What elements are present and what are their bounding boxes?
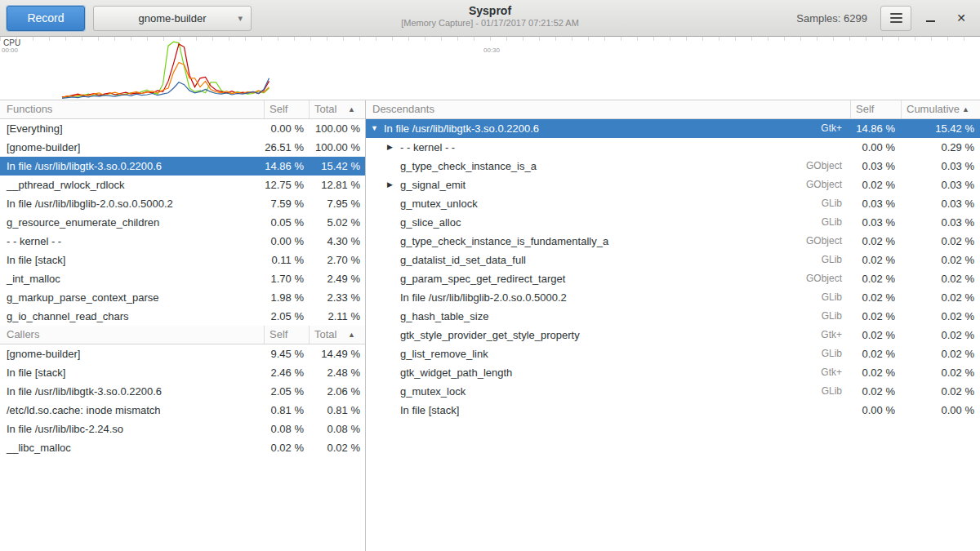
row-label: gtk_style_provider_get_style_property bbox=[400, 326, 580, 344]
table-row[interactable]: g_resource_enumerate_children0.05 %5.02 … bbox=[0, 213, 365, 232]
table-row[interactable]: [gnome-builder]26.51 %100.00 % bbox=[0, 138, 365, 157]
category-label: GObject bbox=[806, 269, 850, 288]
self-value: 0.00 % bbox=[850, 401, 901, 420]
self-value: 0.00 % bbox=[850, 138, 901, 157]
table-row[interactable]: g_type_check_instance_is_aGObject0.03 %0… bbox=[366, 157, 980, 176]
expander-open-icon[interactable]: ▼ bbox=[371, 119, 384, 138]
total-value: 5.02 % bbox=[309, 213, 365, 232]
category-label: GObject bbox=[806, 176, 850, 194]
sort-indicator-icon: ▲ bbox=[348, 100, 360, 118]
table-row[interactable]: g_io_channel_read_chars2.05 %2.11 % bbox=[0, 307, 365, 326]
callers-column-header[interactable]: Callers bbox=[0, 326, 264, 344]
table-row[interactable]: g_mutex_unlockGLib0.03 %0.03 % bbox=[366, 194, 980, 213]
table-row[interactable]: __libc_malloc0.02 %0.02 % bbox=[0, 438, 365, 457]
row-label: g_io_channel_read_chars bbox=[7, 307, 129, 326]
title-block: Sysprof [Memory Capture] - 01/17/2017 07… bbox=[318, 4, 662, 28]
total-value: 0.02 % bbox=[309, 438, 365, 457]
category-label: GObject bbox=[806, 232, 850, 251]
expander-closed-icon[interactable]: ▶ bbox=[387, 138, 400, 157]
row-label: In file [stack] bbox=[400, 401, 459, 420]
chevron-down-icon: ▾ bbox=[238, 13, 243, 24]
table-row[interactable]: ▶g_signal_emitGObject0.02 %0.03 % bbox=[366, 176, 980, 194]
total-value: 15.42 % bbox=[309, 157, 365, 176]
row-label: [gnome-builder] bbox=[7, 138, 80, 157]
row-label: _int_malloc bbox=[7, 269, 60, 288]
table-row[interactable]: - - kernel - -0.00 %4.30 % bbox=[0, 232, 365, 251]
record-button[interactable]: Record bbox=[7, 6, 85, 31]
table-row[interactable]: _int_malloc1.70 %2.49 % bbox=[0, 269, 365, 288]
table-row[interactable]: In file [stack]0.11 %2.70 % bbox=[0, 251, 365, 269]
row-label: g_resource_enumerate_children bbox=[7, 213, 159, 232]
self-value: 1.70 % bbox=[264, 269, 309, 288]
table-row[interactable]: g_hash_table_sizeGLib0.02 %0.02 % bbox=[366, 307, 980, 326]
table-row[interactable]: g_param_spec_get_redirect_targetGObject0… bbox=[366, 269, 980, 288]
cpu-usage-graph[interactable]: CPU 00:00 00:30 bbox=[0, 37, 980, 100]
table-row[interactable]: In file /usr/lib/libc-2.24.so0.08 %0.08 … bbox=[0, 420, 365, 438]
table-row[interactable]: g_datalist_id_set_data_fullGLib0.02 %0.0… bbox=[366, 251, 980, 269]
table-row[interactable]: gtk_widget_path_lengthGtk+0.02 %0.02 % bbox=[366, 363, 980, 382]
table-row[interactable]: ▼In file /usr/lib/libgtk-3.so.0.2200.6Gt… bbox=[366, 119, 980, 138]
left-pane: Functions Self Total ▲ [Everything]0.00 … bbox=[0, 100, 366, 551]
self-column-header[interactable]: Self bbox=[264, 100, 309, 118]
total-column-header[interactable]: Total ▲ bbox=[309, 326, 365, 344]
self-value: 0.11 % bbox=[264, 251, 309, 269]
minimize-button[interactable] bbox=[918, 6, 942, 30]
self-value: 0.02 % bbox=[850, 326, 901, 344]
row-label: g_mutex_unlock bbox=[400, 194, 478, 213]
descendants-table-header: Descendants Self Cumulative ▲ bbox=[366, 100, 980, 119]
process-selector-dropdown[interactable]: gnome-builder ▾ bbox=[93, 6, 252, 31]
total-value: 2.11 % bbox=[309, 307, 365, 326]
total-value: 0.02 % bbox=[901, 382, 980, 401]
row-label: In file /usr/lib/libglib-2.0.so.0.5000.2 bbox=[7, 194, 173, 213]
hamburger-menu-button[interactable] bbox=[880, 6, 911, 31]
row-label: In file /usr/lib/libc-2.24.so bbox=[7, 420, 123, 438]
table-row[interactable]: __pthread_rwlock_rdlock12.75 %12.81 % bbox=[0, 176, 365, 194]
category-label: GLib bbox=[822, 382, 850, 401]
descendants-column-header[interactable]: Descendants bbox=[366, 100, 850, 118]
table-row[interactable]: g_slice_allocGLib0.03 %0.03 % bbox=[366, 213, 980, 232]
table-row[interactable]: g_list_remove_linkGLib0.02 %0.02 % bbox=[366, 344, 980, 363]
table-row[interactable]: g_markup_parse_context_parse1.98 %2.33 % bbox=[0, 288, 365, 307]
cumulative-column-header[interactable]: Cumulative ▲ bbox=[901, 100, 980, 118]
table-row[interactable]: g_mutex_lockGLib0.02 %0.02 % bbox=[366, 382, 980, 401]
table-row[interactable]: ▶- - kernel - -0.00 %0.29 % bbox=[366, 138, 980, 157]
table-row[interactable]: gtk_style_provider_get_style_propertyGtk… bbox=[366, 326, 980, 344]
table-row[interactable]: g_type_check_instance_is_fundamentally_a… bbox=[366, 232, 980, 251]
table-row[interactable]: In file [stack]0.00 %0.00 % bbox=[366, 401, 980, 420]
callers-table-header: Callers Self Total ▲ bbox=[0, 326, 365, 344]
self-value: 2.46 % bbox=[264, 363, 309, 382]
category-label: Gtk+ bbox=[821, 363, 850, 382]
self-value: 0.03 % bbox=[850, 194, 901, 213]
table-row[interactable]: In file /usr/lib/libgtk-3.so.0.2200.62.0… bbox=[0, 382, 365, 401]
row-label: g_type_check_instance_is_fundamentally_a bbox=[400, 232, 608, 251]
row-label: - - kernel - - bbox=[400, 138, 455, 157]
total-value: 7.95 % bbox=[309, 194, 365, 213]
total-value: 0.02 % bbox=[901, 269, 980, 288]
self-value: 2.05 % bbox=[264, 307, 309, 326]
total-value: 2.49 % bbox=[309, 269, 365, 288]
samples-count: Samples: 6299 bbox=[796, 12, 867, 24]
total-value: 100.00 % bbox=[309, 119, 365, 138]
close-button[interactable]: ✕ bbox=[949, 6, 973, 30]
table-row[interactable]: In file /usr/lib/libgtk-3.so.0.2200.614.… bbox=[0, 157, 365, 176]
total-value: 0.03 % bbox=[901, 176, 980, 194]
total-column-header[interactable]: Total ▲ bbox=[309, 100, 365, 118]
table-row[interactable]: [Everything]0.00 %100.00 % bbox=[0, 119, 365, 138]
table-row[interactable]: In file /usr/lib/libglib-2.0.so.0.5000.2… bbox=[0, 194, 365, 213]
table-row[interactable]: /etc/ld.so.cache: inode mismatch0.81 %0.… bbox=[0, 401, 365, 420]
row-label: [Everything] bbox=[7, 119, 63, 138]
cpu-usage-chart bbox=[0, 37, 980, 100]
table-row[interactable]: In file [stack]2.46 %2.48 % bbox=[0, 363, 365, 382]
table-row[interactable]: [gnome-builder]9.45 %14.49 % bbox=[0, 344, 365, 363]
expander-closed-icon[interactable]: ▶ bbox=[387, 176, 400, 194]
total-value: 0.03 % bbox=[901, 194, 980, 213]
self-column-header[interactable]: Self bbox=[850, 100, 901, 118]
total-value: 0.02 % bbox=[901, 344, 980, 363]
total-value: 15.42 % bbox=[901, 119, 980, 138]
table-row[interactable]: In file /usr/lib/libglib-2.0.so.0.5000.2… bbox=[366, 288, 980, 307]
total-value: 0.08 % bbox=[309, 420, 365, 438]
category-label: GLib bbox=[822, 213, 850, 232]
self-column-header[interactable]: Self bbox=[264, 326, 309, 344]
self-value: 1.98 % bbox=[264, 288, 309, 307]
functions-column-header[interactable]: Functions bbox=[0, 100, 264, 118]
